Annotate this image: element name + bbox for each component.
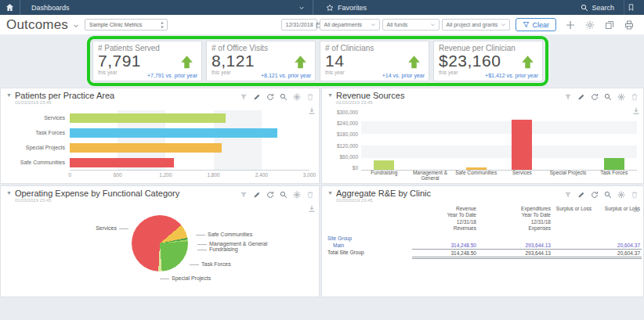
panel-header: ▼ Patients per Practice Area 01/03/2019 …	[1, 88, 319, 105]
projects-filter[interactable]: All project and grants	[442, 19, 510, 31]
bar-services[interactable]	[512, 120, 532, 170]
kpi-card-revenue-per-clinician[interactable]: Revenue per Clinician $23,160 this year …	[433, 41, 543, 81]
nav-favorites-menu[interactable]: Favorites	[313, 0, 379, 15]
cell-value	[593, 235, 642, 242]
kpi-card-office-visits[interactable]: # of Office Visits 8,121 this year +8,12…	[206, 41, 316, 81]
leader-line	[160, 279, 169, 279]
leader-line	[190, 264, 199, 265]
home-icon	[5, 3, 14, 12]
zoom-icon[interactable]	[280, 93, 288, 101]
zoom-icon[interactable]	[604, 191, 612, 199]
download-icon[interactable]	[632, 107, 640, 115]
cell-value[interactable]: 293,644.13	[478, 242, 552, 249]
x-tick-label: 600	[114, 172, 122, 178]
funnel-icon	[523, 21, 530, 28]
panel-actions	[240, 91, 314, 101]
filter-icon[interactable]	[240, 93, 248, 101]
edit-icon[interactable]	[577, 191, 585, 199]
refresh-icon[interactable]	[591, 191, 599, 199]
bar-task-forces[interactable]	[70, 128, 277, 138]
funds-filter[interactable]: All funds	[382, 19, 440, 31]
bar-safe-communities[interactable]	[70, 158, 174, 167]
table-row: Total Site Group314,248.50293,644.1320,6…	[326, 249, 640, 259]
y-tick-label: $120,000	[337, 143, 358, 149]
panel-header: ▼ Operating Expense by Functional Catego…	[1, 186, 319, 203]
home-button[interactable]	[0, 0, 20, 15]
cell-value[interactable]: 20,604.37	[593, 242, 642, 249]
delete-icon[interactable]	[306, 191, 314, 199]
settings-icon[interactable]	[293, 191, 301, 199]
collapse-icon[interactable]: ▼	[327, 92, 333, 98]
trend-up-arrow-icon	[407, 55, 421, 70]
title-chevron-icon[interactable]	[73, 23, 79, 29]
panel-timestamp: 01/03/2019 23:45	[15, 198, 179, 203]
delete-icon[interactable]	[631, 191, 639, 199]
bar-special-projects[interactable]	[70, 143, 222, 153]
pie-slice-label: Task Forces	[187, 261, 231, 267]
filter-icon[interactable]	[564, 93, 572, 101]
nav-dashboards-menu[interactable]: Dashboards	[20, 0, 313, 15]
settings-icon[interactable]	[617, 191, 625, 199]
search-button[interactable]: Search	[571, 0, 624, 15]
delete-icon[interactable]	[631, 93, 639, 101]
y-tick-label: $240,000	[337, 120, 358, 126]
pie-slice-label: Management & General	[195, 241, 267, 246]
print-button[interactable]	[620, 20, 638, 30]
refresh-icon[interactable]	[266, 191, 274, 199]
chevron-down-icon	[430, 22, 436, 27]
settings-icon[interactable]	[617, 93, 625, 101]
copy-button[interactable]	[601, 20, 618, 30]
cell-value[interactable]: 314,248.50	[412, 242, 478, 249]
kpi-section: # Patients Served 7,791 this year +7,791…	[0, 34, 644, 88]
page-title: Outcomes	[6, 17, 68, 33]
y-tick-label: $180,000	[337, 131, 358, 137]
settings-icon[interactable]	[293, 93, 301, 101]
row-name[interactable]: Site Group	[326, 235, 412, 242]
bar-category-label: Task Forces	[591, 171, 637, 181]
zoom-icon[interactable]	[280, 191, 288, 199]
edit-icon[interactable]	[253, 93, 261, 101]
refresh-icon[interactable]	[591, 93, 599, 101]
bar-category-label: Management & General	[407, 171, 454, 181]
collapse-icon[interactable]: ▼	[6, 190, 12, 196]
refresh-icon[interactable]	[266, 93, 274, 101]
row-name[interactable]: Main	[326, 242, 412, 249]
leader-line	[119, 228, 128, 229]
bookmark-button[interactable]	[624, 0, 644, 15]
settings-button[interactable]	[581, 20, 599, 30]
re-table: RevenueYear To Date12/31/18RevenuesExpen…	[326, 205, 640, 259]
edit-icon[interactable]	[253, 191, 261, 199]
panel-revenue-sources: ▼ Revenue Sources 01/03/2019 23:45 $300,…	[321, 88, 644, 184]
date-input[interactable]: 12/31/2018	[281, 19, 317, 31]
bar-task-forces[interactable]	[604, 158, 624, 170]
cell-value	[412, 235, 478, 242]
zoom-icon[interactable]	[604, 93, 612, 101]
panel-actions	[564, 189, 639, 199]
collapse-icon[interactable]: ▼	[6, 92, 12, 98]
bar-services[interactable]	[70, 113, 226, 123]
table-row: Site Group	[326, 235, 640, 242]
clear-filters-button[interactable]: Clear	[516, 18, 556, 31]
star-icon	[326, 4, 334, 12]
delete-icon[interactable]	[306, 93, 314, 101]
pie[interactable]	[132, 215, 188, 271]
add-widget-button[interactable]	[562, 20, 579, 30]
bar-fundraising[interactable]	[374, 160, 394, 170]
edit-icon[interactable]	[577, 93, 585, 101]
download-icon[interactable]	[308, 205, 316, 213]
departments-filter[interactable]: All departments	[320, 19, 380, 31]
bookmark-icon	[628, 3, 635, 12]
filter-icon[interactable]	[240, 191, 248, 199]
kpi-delta: +14 vs. prior year	[382, 73, 425, 78]
y-tick-label: $60,000	[340, 154, 359, 160]
download-icon[interactable]	[632, 205, 640, 213]
dashboard-selector[interactable]: Sample Clinic Metrics	[85, 19, 168, 31]
kpi-card-patients-served[interactable]: # Patients Served 7,791 this year +7,791…	[92, 41, 202, 81]
kpi-card-clinicians[interactable]: # of Clinicians 14 this year +14 vs. pri…	[320, 41, 429, 81]
bar-category-label: Services	[499, 171, 545, 181]
bar-category-label: Special Projects	[1, 145, 70, 150]
filter-icon[interactable]	[564, 191, 572, 199]
column-header: Surplus or Loss	[552, 205, 593, 235]
collapse-icon[interactable]: ▼	[327, 190, 333, 196]
download-icon[interactable]	[308, 107, 316, 115]
